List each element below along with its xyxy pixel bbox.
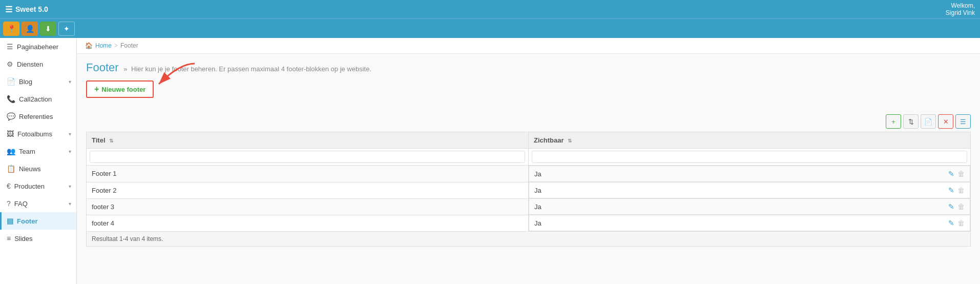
sidebar-label-paginabeheer: Paginabeheer <box>17 43 58 51</box>
table-add-icon: + <box>891 118 895 126</box>
cell-titel-3: footer 3 <box>87 198 529 215</box>
team-chevron-icon: ▾ <box>69 149 71 154</box>
sidebar-item-blog[interactable]: 📄 Blog ▾ <box>0 73 76 90</box>
sidebar-item-producten[interactable]: € Producten ▾ <box>0 177 76 195</box>
table-delete-icon: ✕ <box>943 118 949 126</box>
new-footer-label: Nieuwe footer <box>101 86 145 93</box>
sidebar-label-diensten: Diensten <box>17 60 43 68</box>
title-row: Footer » Hier kun je je footer beheren. … <box>86 61 971 74</box>
edit-button-2[interactable]: ✎ <box>948 186 954 194</box>
sidebar-label-call2action: Call2action <box>19 95 52 103</box>
table-row: Footer 2 Ja ✎ 🗑 <box>87 182 971 198</box>
cell-titel-4: footer 4 <box>87 215 529 232</box>
sidebar-item-paginabeheer[interactable]: ☰ Paginabeheer <box>0 38 76 55</box>
sidebar-item-fotoalbums[interactable]: 🖼 Fotoalbums ▾ <box>0 125 76 143</box>
topbar: ☰ Sweet 5.0 Welkom, Sigrid Vink <box>0 0 980 18</box>
sidebar-item-slides[interactable]: ≡ Slides <box>0 230 76 247</box>
team-icon: 👥 <box>7 147 15 155</box>
cell-zichtbaar-3: Ja ✎ 🗑 <box>529 198 970 215</box>
sidebar-item-diensten[interactable]: ⚙ Diensten <box>0 55 76 73</box>
fotoalbums-icon: 🖼 <box>7 130 14 138</box>
faq-icon: ? <box>7 199 11 208</box>
cell-zichtbaar-2: Ja ✎ 🗑 <box>529 182 970 198</box>
footer-icon: ▤ <box>7 217 13 225</box>
user-greeting: Welkom, Sigrid Vink <box>946 2 975 16</box>
sidebar-item-footer[interactable]: ▤ Footer <box>0 212 76 230</box>
sidebar-label-referenties: Referenties <box>19 113 53 120</box>
cell-zichtbaar-1: Ja ✎ 🗑 <box>529 166 970 182</box>
slides-icon: ≡ <box>7 234 11 242</box>
row-actions-3: ✎ 🗑 <box>948 202 965 211</box>
producten-icon: € <box>7 182 11 190</box>
row-actions-1: ✎ 🗑 <box>948 170 965 178</box>
sidebar-label-nieuws: Nieuws <box>19 165 41 173</box>
edit-button-4[interactable]: ✎ <box>948 219 954 227</box>
toolbar-user-btn[interactable]: 👤 <box>22 22 38 36</box>
new-footer-button[interactable]: + Nieuwe footer <box>86 80 154 98</box>
col-header-titel: Titel ⇅ <box>87 132 529 149</box>
sidebar-item-referenties[interactable]: 💬 Referenties <box>0 108 76 125</box>
sidebar-item-nieuws[interactable]: 📋 Nieuws <box>0 160 76 177</box>
cell-zichtbaar-4: Ja ✎ 🗑 <box>529 215 970 231</box>
sidebar-label-faq: FAQ <box>14 200 28 208</box>
blog-chevron-icon: ▾ <box>69 79 71 85</box>
breadcrumb-home-icon: 🏠 <box>85 42 93 49</box>
delete-button-3[interactable]: 🗑 <box>957 202 965 211</box>
table-export-icon: 📄 <box>924 118 932 126</box>
layout: ☰ Paginabeheer ⚙ Diensten 📄 Blog ▾ 📞 Cal… <box>0 38 980 284</box>
toolbar-location-btn[interactable]: 📍 <box>3 22 19 36</box>
call2action-icon: 📞 <box>7 95 15 103</box>
toolbar-share-btn[interactable]: ✦ <box>58 22 75 36</box>
icon-toolbar: 📍 👤 ⬇ ✦ <box>0 18 980 38</box>
table-delete-button[interactable]: ✕ <box>938 114 953 129</box>
delete-button-4[interactable]: 🗑 <box>957 219 965 227</box>
edit-button-1[interactable]: ✎ <box>948 170 954 178</box>
table-sort-button[interactable]: ⇅ <box>903 114 919 129</box>
app-title: ☰ Sweet 5.0 <box>5 5 48 14</box>
table-toolbar: + ⇅ 📄 ✕ ☰ <box>86 114 971 129</box>
breadcrumb-home-link[interactable]: Home <box>95 42 112 49</box>
main-content: 🏠 Home > Footer Footer » Hier kun je je … <box>77 38 980 284</box>
toolbar-download-btn[interactable]: ⬇ <box>40 22 56 36</box>
blog-icon: 📄 <box>7 77 15 86</box>
filter-zichtbaar-input[interactable] <box>532 151 967 163</box>
result-row: Resultaat 1-4 van 4 items. <box>87 232 971 247</box>
zichtbaar-sort-icon[interactable]: ⇅ <box>568 138 572 144</box>
page-content: Footer » Hier kun je je footer beheren. … <box>77 54 980 284</box>
filter-titel-input[interactable] <box>90 151 525 163</box>
page-subtitle-prefix: » <box>123 65 127 73</box>
breadcrumb-separator: > <box>114 42 118 49</box>
table-row: footer 3 Ja ✎ 🗑 <box>87 198 971 215</box>
row-actions-2: ✎ 🗑 <box>948 186 965 194</box>
table-add-button[interactable]: + <box>886 114 901 129</box>
sidebar-item-team[interactable]: 👥 Team ▾ <box>0 143 76 160</box>
diensten-icon: ⚙ <box>7 60 13 68</box>
filter-row <box>87 149 971 166</box>
page-title: Footer <box>86 61 119 74</box>
table-list-button[interactable]: ☰ <box>955 114 971 129</box>
delete-button-2[interactable]: 🗑 <box>957 186 965 194</box>
table-row: footer 4 Ja ✎ 🗑 <box>87 215 971 232</box>
table-export-button[interactable]: 📄 <box>921 114 936 129</box>
referenties-icon: 💬 <box>7 112 15 120</box>
delete-button-1[interactable]: 🗑 <box>957 170 965 178</box>
sidebar-label-team: Team <box>19 148 35 155</box>
row-actions-4: ✎ 🗑 <box>948 219 965 227</box>
edit-button-3[interactable]: ✎ <box>948 202 954 211</box>
sidebar-item-call2action[interactable]: 📞 Call2action <box>0 90 76 108</box>
result-text: Resultaat 1-4 van 4 items. <box>87 232 971 247</box>
sidebar-item-faq[interactable]: ? FAQ ▾ <box>0 195 76 212</box>
table-list-icon: ☰ <box>960 118 966 126</box>
breadcrumb-current: Footer <box>120 42 138 49</box>
breadcrumb: 🏠 Home > Footer <box>77 38 980 54</box>
cell-titel-2: Footer 2 <box>87 182 529 198</box>
sidebar-label-producten: Producten <box>14 182 45 190</box>
app-logo-icon: ☰ <box>5 5 12 14</box>
table-sort-icon: ⇅ <box>908 118 914 126</box>
producten-chevron-icon: ▾ <box>69 184 71 189</box>
cell-titel-1: Footer 1 <box>87 166 529 182</box>
sidebar: ☰ Paginabeheer ⚙ Diensten 📄 Blog ▾ 📞 Cal… <box>0 38 77 284</box>
faq-chevron-icon: ▾ <box>69 201 71 207</box>
titel-sort-icon[interactable]: ⇅ <box>109 138 113 144</box>
page-subtitle: Hier kun je je footer beheren. Er passen… <box>131 65 371 73</box>
